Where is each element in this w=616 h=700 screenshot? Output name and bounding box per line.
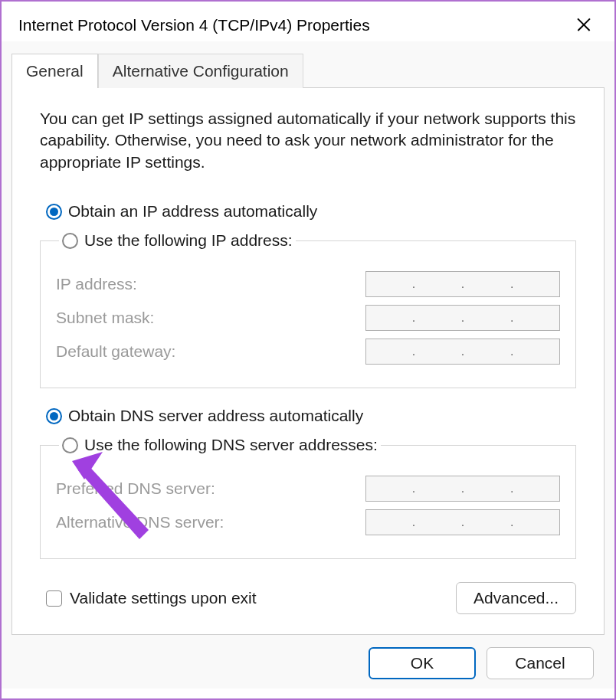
radio-use-following-ip-label: Use the following IP address:: [84, 231, 293, 250]
input-ip-address[interactable]: ...: [365, 271, 560, 297]
tab-alternative-configuration[interactable]: Alternative Configuration: [98, 54, 303, 88]
radio-obtain-dns-auto-label: Obtain DNS server address automatically: [68, 407, 363, 425]
label-validate-settings: Validate settings upon exit: [70, 589, 257, 607]
radio-use-following-ip[interactable]: [62, 233, 78, 249]
ok-button[interactable]: OK: [369, 647, 476, 679]
input-default-gateway[interactable]: ...: [365, 339, 560, 365]
label-subnet-mask: Subnet mask:: [56, 309, 365, 327]
radio-obtain-ip-auto-label: Obtain an IP address automatically: [68, 202, 317, 221]
radio-obtain-ip-auto[interactable]: [46, 204, 62, 220]
input-preferred-dns[interactable]: ...: [365, 476, 560, 502]
radio-use-following-dns-label: Use the following DNS server addresses:: [84, 436, 378, 454]
group-dns-manual: Use the following DNS server addresses: …: [40, 436, 576, 559]
group-ip-manual: Use the following IP address: IP address…: [40, 231, 576, 388]
intro-text: You can get IP settings assigned automat…: [40, 108, 576, 173]
tab-general[interactable]: General: [11, 54, 98, 88]
radio-obtain-dns-auto[interactable]: [46, 408, 62, 424]
label-preferred-dns: Preferred DNS server:: [56, 479, 365, 498]
checkbox-validate-settings[interactable]: [46, 590, 62, 607]
window-title: Internet Protocol Version 4 (TCP/IPv4) P…: [18, 16, 370, 34]
label-alternative-dns: Alternative DNS server:: [56, 513, 365, 532]
label-default-gateway: Default gateway:: [56, 342, 365, 361]
label-ip-address: IP address:: [56, 275, 365, 293]
radio-use-following-dns[interactable]: [62, 437, 78, 453]
input-alternative-dns[interactable]: ...: [365, 509, 560, 535]
advanced-button[interactable]: Advanced...: [456, 582, 576, 614]
cancel-button[interactable]: Cancel: [487, 647, 594, 679]
close-icon[interactable]: [573, 14, 595, 35]
input-subnet-mask[interactable]: ...: [365, 305, 560, 331]
tab-panel: You can get IP settings assigned automat…: [11, 87, 605, 635]
tab-strip: General Alternative Configuration: [11, 54, 605, 88]
